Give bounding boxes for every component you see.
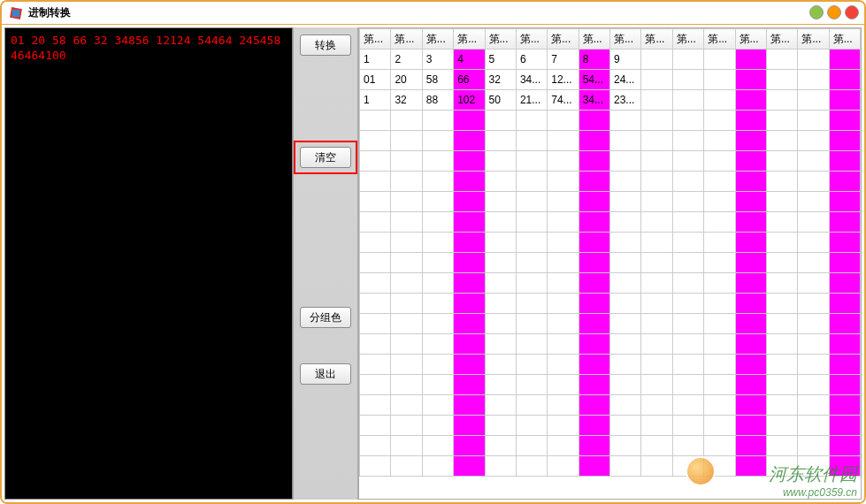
table-cell[interactable]	[391, 273, 422, 294]
table-cell[interactable]	[641, 334, 672, 355]
table-cell[interactable]	[766, 212, 797, 233]
table-cell[interactable]	[766, 70, 797, 90]
table-cell[interactable]	[548, 294, 579, 314]
table-cell[interactable]	[360, 416, 391, 436]
table-cell[interactable]	[579, 253, 609, 273]
table-cell[interactable]	[516, 111, 547, 131]
table-cell[interactable]	[548, 273, 579, 294]
table-cell[interactable]	[672, 131, 703, 151]
table-cell[interactable]	[516, 131, 547, 151]
table-cell[interactable]	[829, 212, 860, 233]
table-cell[interactable]	[360, 314, 391, 334]
table-cell[interactable]	[735, 90, 766, 111]
table-cell[interactable]	[579, 111, 609, 131]
col-header[interactable]: 第...	[704, 29, 735, 50]
table-cell[interactable]	[798, 253, 829, 273]
table-cell[interactable]	[641, 314, 672, 334]
table-cell[interactable]	[829, 314, 860, 334]
table-cell[interactable]: 9	[610, 50, 641, 70]
table-cell[interactable]	[672, 111, 703, 131]
table-cell[interactable]	[485, 294, 516, 314]
table-cell[interactable]	[360, 456, 391, 477]
table-cell[interactable]	[829, 131, 860, 151]
table-cell[interactable]	[516, 253, 547, 273]
table-cell[interactable]	[610, 111, 641, 131]
table-cell[interactable]	[704, 70, 735, 90]
table-cell[interactable]	[516, 314, 547, 334]
table-cell[interactable]: 12...	[548, 70, 579, 90]
table-cell[interactable]	[672, 375, 703, 395]
table-cell[interactable]	[516, 151, 547, 172]
table-cell[interactable]	[548, 151, 579, 172]
table-cell[interactable]	[454, 212, 485, 233]
table-cell[interactable]: 2	[391, 50, 422, 70]
table-cell[interactable]	[454, 395, 485, 416]
col-header[interactable]: 第...	[516, 29, 547, 50]
table-cell[interactable]	[735, 273, 766, 294]
table-cell[interactable]	[516, 375, 547, 395]
table-cell[interactable]	[579, 273, 609, 294]
col-header[interactable]: 第...	[829, 29, 860, 50]
table-cell[interactable]	[360, 151, 391, 172]
table-cell[interactable]	[829, 334, 860, 355]
table-cell[interactable]	[454, 192, 485, 212]
table-cell[interactable]	[422, 172, 453, 192]
table-cell[interactable]	[485, 436, 516, 456]
table-cell[interactable]	[391, 294, 422, 314]
table-cell[interactable]	[766, 436, 797, 456]
table-cell[interactable]: 54...	[579, 70, 609, 90]
table-cell[interactable]	[485, 233, 516, 253]
table-cell[interactable]	[422, 233, 453, 253]
table-cell[interactable]	[704, 192, 735, 212]
table-cell[interactable]	[548, 192, 579, 212]
table-cell[interactable]	[704, 355, 735, 375]
col-header[interactable]: 第...	[422, 29, 453, 50]
table-cell[interactable]	[610, 416, 641, 436]
table-cell[interactable]	[610, 253, 641, 273]
table-cell[interactable]	[735, 436, 766, 456]
table-cell[interactable]	[360, 111, 391, 131]
table-cell[interactable]	[672, 273, 703, 294]
table-cell[interactable]	[610, 273, 641, 294]
table-cell[interactable]	[829, 233, 860, 253]
col-header[interactable]: 第...	[391, 29, 422, 50]
table-cell[interactable]: 5	[485, 50, 516, 70]
table-cell[interactable]	[672, 294, 703, 314]
table-cell[interactable]	[454, 172, 485, 192]
table-cell[interactable]: 1	[360, 90, 391, 111]
table-cell[interactable]	[672, 436, 703, 456]
table-cell[interactable]	[422, 375, 453, 395]
table-cell[interactable]	[485, 416, 516, 436]
table-cell[interactable]	[704, 416, 735, 436]
table-cell[interactable]	[766, 50, 797, 70]
table-cell[interactable]	[829, 111, 860, 131]
table-cell[interactable]	[610, 456, 641, 477]
table-cell[interactable]	[422, 456, 453, 477]
table-cell[interactable]: 7	[548, 50, 579, 70]
table-cell[interactable]	[360, 192, 391, 212]
table-cell[interactable]	[829, 172, 860, 192]
table-cell[interactable]	[360, 131, 391, 151]
table-cell[interactable]: 6	[516, 50, 547, 70]
table-cell[interactable]	[391, 253, 422, 273]
table-cell[interactable]	[579, 314, 609, 334]
table-cell[interactable]	[704, 294, 735, 314]
table-cell[interactable]	[516, 294, 547, 314]
table-cell[interactable]	[704, 436, 735, 456]
table-cell[interactable]	[829, 50, 860, 70]
table-cell[interactable]	[485, 355, 516, 375]
table-cell[interactable]	[485, 273, 516, 294]
table-cell[interactable]	[610, 192, 641, 212]
table-cell[interactable]	[485, 212, 516, 233]
table-cell[interactable]	[391, 192, 422, 212]
table-cell[interactable]	[579, 456, 609, 477]
table-cell[interactable]	[672, 90, 703, 111]
table-cell[interactable]	[641, 111, 672, 131]
col-header[interactable]: 第...	[766, 29, 797, 50]
table-cell[interactable]	[766, 395, 797, 416]
table-cell[interactable]	[391, 355, 422, 375]
col-header[interactable]: 第...	[485, 29, 516, 50]
table-cell[interactable]	[422, 294, 453, 314]
table-cell[interactable]	[454, 111, 485, 131]
table-cell[interactable]	[829, 90, 860, 111]
